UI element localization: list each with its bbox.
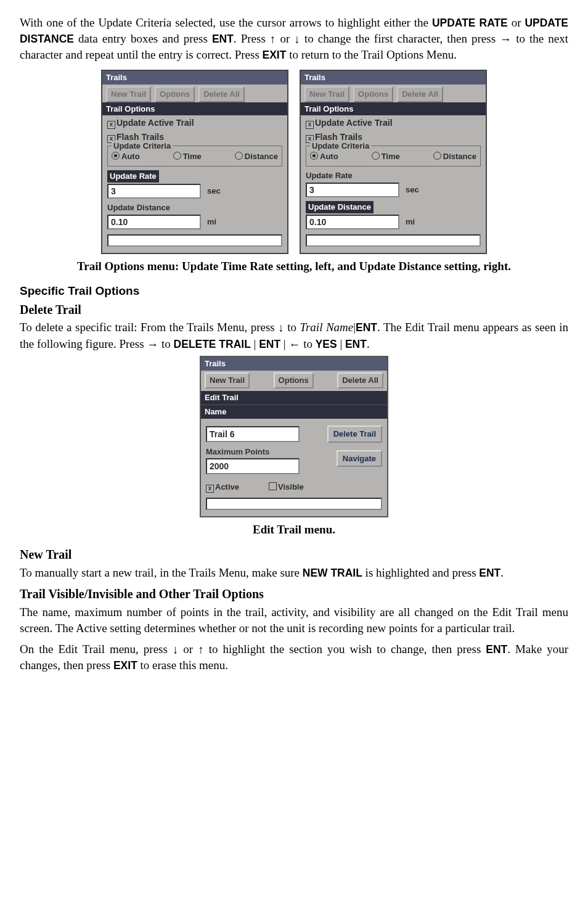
caption-edit-trail: Edit Trail menu. [20,522,568,538]
group-update-criteria: Update Criteria [310,141,371,152]
visible-paragraph: The name, maximum number of points in th… [20,604,568,636]
input-update-rate[interactable]: 3 [306,183,399,197]
tab-new-trail[interactable]: New Trail [304,86,349,102]
caption-trail-options: Trail Options menu: Update Time Rate set… [20,259,568,274]
input-update-distance[interactable]: 0.10 [306,215,399,229]
label-update-active: Update Active Trail [116,118,194,128]
label-name: Name [201,405,387,419]
button-navigate[interactable]: Navigate [337,450,382,467]
label-update-rate-selected: Update Rate [107,170,159,183]
status-bar [107,234,282,247]
heading-new-trail: New Trail [20,546,568,564]
input-update-distance[interactable]: 0.10 [107,215,201,229]
panel-title: Trails [301,71,486,84]
tab-new-trail[interactable]: New Trail [106,86,151,102]
intro-paragraph: With one of the Update Criteria selected… [20,15,568,64]
tab-delete-all[interactable]: Delete All [337,372,383,389]
unit-mi: mi [406,216,415,228]
new-trail-paragraph: To manually start a new trail, in the Tr… [20,565,568,581]
tab-options[interactable]: Options [353,86,393,102]
heading-delete-trail: Delete Trail [20,302,568,319]
label-update-active: Update Active Trail [315,118,393,128]
tab-delete-all[interactable]: Delete All [198,86,245,102]
trail-options-screenshots: Trails New Trail Options Delete All Trai… [20,70,568,254]
checkbox-visible[interactable] [269,482,277,490]
input-update-rate[interactable]: 3 [107,184,201,199]
input-trail-name[interactable]: Trail 6 [206,426,300,442]
input-max-points[interactable]: 2000 [206,458,300,474]
screenshot-right: Trails New Trail Options Delete All Trai… [300,70,487,254]
unit-sec: sec [207,186,221,197]
status-bar [306,234,481,247]
radio-distance[interactable] [433,152,441,160]
label-active: Active [215,482,239,491]
heading-specific-trail-options: Specific Trail Options [20,283,568,299]
section-trail-options: Trail Options [102,102,287,116]
checkbox-update-active[interactable]: x [107,121,115,129]
group-update-criteria: Update Criteria [112,141,173,152]
section-trail-options: Trail Options [301,102,486,116]
checkbox-update-active[interactable]: x [306,121,314,129]
tab-delete-all[interactable]: Delete All [397,86,443,102]
label-update-distance-selected: Update Distance [306,201,374,213]
tab-options[interactable]: Options [155,86,195,102]
panel-title: Trails [102,71,287,84]
radio-auto[interactable] [112,152,120,160]
label-visible: Visible [278,482,304,491]
radio-time[interactable] [372,152,380,160]
label-max-points: Maximum Points [206,446,300,458]
checkbox-active[interactable]: x [206,485,214,493]
label-update-rate: Update Rate [306,170,481,181]
panel-title: Trails [201,357,387,371]
delete-trail-paragraph: To delete a specific trail: From the Tra… [20,319,568,352]
section-edit-trail: Edit Trail [201,391,387,405]
unit-sec: sec [406,184,419,195]
radio-time[interactable] [173,152,181,160]
tab-new-trail[interactable]: New Trail [205,372,250,389]
label-update-distance: Update Distance [107,202,282,213]
heading-visible-invisible: Trail Visible/Invisible and Other Trail … [20,586,568,603]
button-delete-trail[interactable]: Delete Trail [327,426,382,443]
radio-distance[interactable] [235,152,243,160]
unit-mi: mi [207,216,216,228]
tab-options[interactable]: Options [274,372,314,389]
radio-auto[interactable] [310,152,318,160]
status-bar [206,498,382,510]
screenshot-left: Trails New Trail Options Delete All Trai… [101,70,288,254]
edit-menu-paragraph: On the Edit Trail menu, press ↓ or ↑ to … [20,641,568,673]
edit-trail-screenshot: Trails New Trail Options Delete All Edit… [200,356,388,518]
